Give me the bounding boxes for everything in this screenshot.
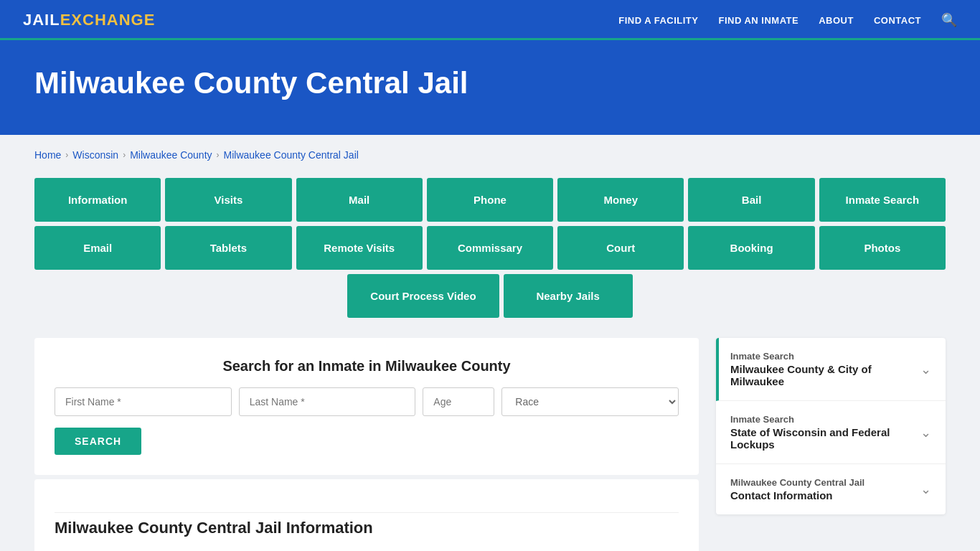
chevron-down-icon-3: ⌄ (920, 481, 931, 497)
chevron-down-icon-2: ⌄ (920, 425, 931, 441)
sidebar-item-inmate-search-wisconsin[interactable]: Inmate Search State of Wisconsin and Fed… (716, 401, 946, 464)
btn-email[interactable]: Email (34, 226, 161, 270)
content-area: Home › Wisconsin › Milwaukee County › Mi… (0, 135, 980, 551)
search-box: Search for an Inmate in Milwaukee County… (34, 338, 699, 475)
btn-tablets[interactable]: Tablets (165, 226, 291, 270)
nav-links: FIND A FACILITY FIND AN INMATE ABOUT CON… (618, 12, 957, 28)
breadcrumb-sep-2: › (123, 150, 126, 160)
search-button[interactable]: SEARCH (55, 428, 141, 455)
button-grid-row1: Information Visits Mail Phone Money Bail… (34, 178, 946, 222)
breadcrumb-home[interactable]: Home (34, 149, 61, 161)
chevron-down-icon-1: ⌄ (920, 362, 931, 377)
btn-court[interactable]: Court (557, 226, 684, 270)
breadcrumb-wisconsin[interactable]: Wisconsin (72, 149, 118, 161)
button-grid-row3: Court Process Video Nearby Jails (34, 274, 946, 318)
sidebar-item-label-1: Inmate Search (730, 351, 915, 362)
page-title: Milwaukee County Central Jail (34, 66, 946, 100)
sidebar-item-title-2: State of Wisconsin and FederalLockups (730, 426, 915, 451)
search-title: Search for an Inmate in Milwaukee County (55, 358, 679, 375)
sidebar-card: Inmate Search Milwaukee County & City of… (716, 338, 946, 514)
sidebar-item-text-3: Milwaukee County Central Jail Contact In… (730, 477, 915, 501)
info-title: Milwaukee County Central Jail Informatio… (55, 512, 679, 537)
sidebar-item-inmate-search-milwaukee[interactable]: Inmate Search Milwaukee County & City of… (716, 338, 946, 401)
sidebar-item-title-1: Milwaukee County & City ofMilwaukee (730, 363, 915, 387)
search-fields: Race White Black Hispanic Asian Other (55, 387, 679, 416)
btn-booking[interactable]: Booking (688, 226, 814, 270)
last-name-input[interactable] (239, 387, 416, 416)
site-logo[interactable]: JAILEXCHANGE (23, 11, 155, 29)
lower-section: Search for an Inmate in Milwaukee County… (34, 338, 946, 551)
info-section: Milwaukee County Central Jail Informatio… (34, 479, 699, 551)
navbar: JAILEXCHANGE FIND A FACILITY FIND AN INM… (0, 0, 980, 40)
btn-money[interactable]: Money (557, 178, 684, 222)
breadcrumb-sep-3: › (217, 150, 220, 160)
find-facility-link[interactable]: FIND A FACILITY (618, 15, 698, 26)
btn-information[interactable]: Information (34, 178, 161, 222)
breadcrumb: Home › Wisconsin › Milwaukee County › Mi… (34, 149, 946, 161)
logo-jail: JAIL (23, 11, 60, 29)
btn-nearby-jails[interactable]: Nearby Jails (504, 274, 633, 318)
btn-bail[interactable]: Bail (688, 178, 814, 222)
sidebar-item-text-2: Inmate Search State of Wisconsin and Fed… (730, 414, 915, 451)
btn-commissary[interactable]: Commissary (427, 226, 553, 270)
breadcrumb-sep-1: › (65, 150, 68, 160)
find-inmate-link[interactable]: FIND AN INMATE (718, 15, 798, 26)
race-select[interactable]: Race White Black Hispanic Asian Other (501, 387, 679, 416)
sidebar-item-text-1: Inmate Search Milwaukee County & City of… (730, 351, 915, 387)
sidebar-item-label-2: Inmate Search (730, 414, 915, 425)
btn-inmate-search[interactable]: Inmate Search (819, 178, 946, 222)
sidebar-item-title-3: Contact Information (730, 489, 915, 501)
breadcrumb-current: Milwaukee County Central Jail (224, 149, 359, 161)
about-link[interactable]: ABOUT (819, 15, 854, 26)
btn-mail[interactable]: Mail (296, 178, 423, 222)
btn-court-process-video[interactable]: Court Process Video (347, 274, 499, 318)
button-grid-row2: Email Tablets Remote Visits Commissary C… (34, 226, 946, 270)
sidebar-item-label-3: Milwaukee County Central Jail (730, 477, 915, 488)
btn-visits[interactable]: Visits (165, 178, 291, 222)
logo-exchange: EXCHANGE (60, 11, 156, 29)
breadcrumb-milwaukee-county[interactable]: Milwaukee County (130, 149, 212, 161)
search-icon[interactable]: 🔍 (941, 12, 957, 28)
first-name-input[interactable] (55, 387, 232, 416)
btn-phone[interactable]: Phone (427, 178, 553, 222)
hero-banner: Milwaukee County Central Jail (0, 40, 980, 135)
sidebar-item-contact-info[interactable]: Milwaukee County Central Jail Contact In… (716, 464, 946, 514)
contact-link[interactable]: CONTACT (874, 15, 921, 26)
sidebar: Inmate Search Milwaukee County & City of… (716, 338, 946, 514)
age-input[interactable] (423, 387, 494, 416)
btn-photos[interactable]: Photos (819, 226, 946, 270)
main-column: Search for an Inmate in Milwaukee County… (34, 338, 699, 551)
btn-remote-visits[interactable]: Remote Visits (296, 226, 423, 270)
